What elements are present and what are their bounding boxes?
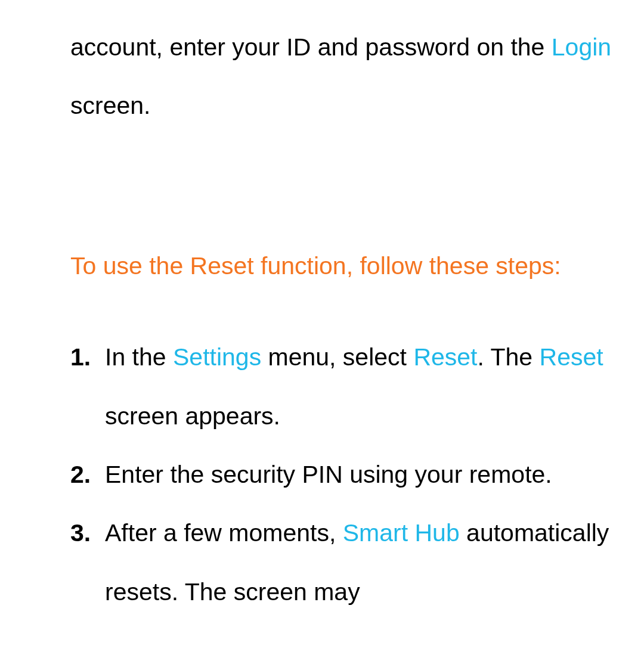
- step1-text-2: menu, select: [261, 343, 413, 371]
- step1-text-1: In the: [105, 343, 173, 371]
- section-heading: To use the Reset function, follow these …: [70, 237, 614, 295]
- login-keyword: Login: [552, 33, 611, 61]
- step3-text-1: After a few moments,: [105, 519, 343, 547]
- intro-paragraph: account, enter your ID and password on t…: [70, 18, 614, 135]
- reset-keyword-2: Reset: [540, 343, 603, 371]
- step2-text-1: Enter the security PIN using your remote…: [105, 461, 552, 488]
- step-2: Enter the security PIN using your remote…: [70, 445, 614, 504]
- intro-text-after: screen.: [70, 92, 150, 119]
- step1-text-4: screen appears.: [105, 402, 280, 430]
- reset-keyword-1: Reset: [413, 343, 477, 371]
- step-list: In the Settings menu, select Reset. The …: [70, 328, 614, 621]
- step1-text-3: . The: [477, 343, 539, 371]
- intro-text-before: account, enter your ID and password on t…: [70, 33, 552, 61]
- settings-keyword: Settings: [173, 343, 261, 371]
- step-1: In the Settings menu, select Reset. The …: [70, 328, 614, 445]
- step-3: After a few moments, Smart Hub automatic…: [70, 504, 614, 621]
- smarthub-keyword: Smart Hub: [343, 519, 460, 547]
